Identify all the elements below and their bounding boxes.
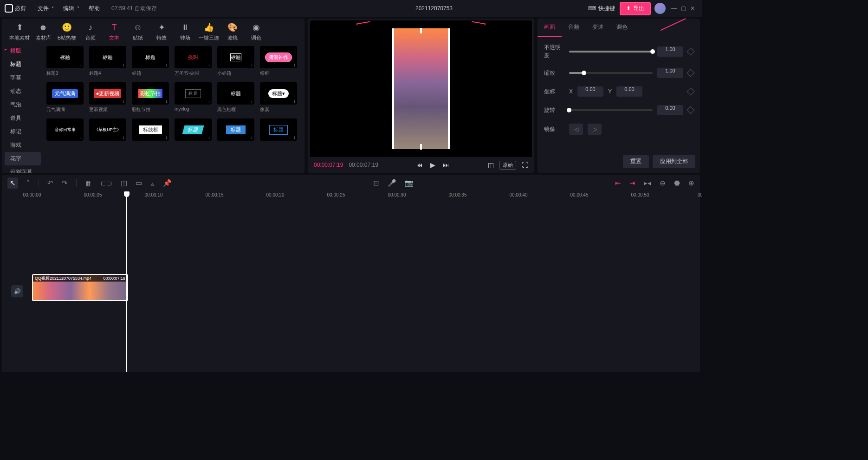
- reset-icon[interactable]: [687, 106, 695, 114]
- asset-item[interactable]: 音你日常事↓: [46, 118, 84, 143]
- zoom-marker-icon[interactable]: ⬣: [674, 179, 680, 187]
- crop-icon[interactable]: ◫: [488, 161, 494, 169]
- prop-tab-picture[interactable]: 画面: [538, 19, 562, 37]
- mirror-horizontal-button[interactable]: ◁: [569, 124, 583, 135]
- prop-tab-color[interactable]: 调色: [610, 19, 634, 37]
- tool-tab-文本[interactable]: T文本: [104, 22, 125, 41]
- video-preview[interactable]: [392, 28, 450, 149]
- user-avatar[interactable]: [654, 3, 666, 14]
- category-item[interactable]: 道具: [2, 112, 44, 125]
- menu-help[interactable]: 帮助: [84, 5, 104, 13]
- export-button[interactable]: ⬆ 导出: [620, 2, 651, 15]
- snap-icon[interactable]: ▸◂: [644, 179, 651, 187]
- shortcut-button[interactable]: ⌨ 快捷键: [588, 5, 615, 13]
- next-frame-button[interactable]: ⏭: [443, 161, 449, 169]
- timeline[interactable]: 🔊 QQ视频20211207075534.mp4 00:00:07:19: [2, 202, 700, 372]
- undo-button[interactable]: ↶: [47, 179, 53, 187]
- dropdown-icon[interactable]: ˅: [26, 179, 30, 187]
- close-button[interactable]: ✕: [688, 5, 697, 12]
- pos-y-input[interactable]: 0.00: [616, 86, 642, 97]
- asset-item[interactable]: 炎叫↓万圣节-尖叫: [175, 46, 212, 77]
- asset-item[interactable]: 《草根UP主》↓: [89, 118, 126, 143]
- crop-button[interactable]: ◫: [121, 179, 127, 187]
- asset-item[interactable]: 标线框↓: [132, 118, 169, 143]
- playhead[interactable]: [126, 191, 127, 372]
- category-item[interactable]: 游戏: [2, 138, 44, 152]
- asset-item[interactable]: ●更新视频↓更新视频: [89, 82, 126, 113]
- zoom-out-button[interactable]: ⊖: [660, 179, 666, 187]
- pin-button[interactable]: 📌: [163, 179, 172, 187]
- tool-tab-转场[interactable]: ⏸转场: [175, 22, 196, 41]
- scale-input[interactable]: 1.00: [657, 68, 683, 78]
- zoom-in-button[interactable]: ⊕: [688, 179, 694, 187]
- category-flower[interactable]: 花字: [5, 152, 41, 165]
- tool-tab-素材库[interactable]: ☻素材库: [32, 22, 54, 41]
- rotate-slider[interactable]: [569, 109, 653, 111]
- mirror-vertical-button[interactable]: ▷: [588, 124, 602, 135]
- preview-area[interactable]: [310, 20, 532, 157]
- freeze-button[interactable]: ▭: [136, 179, 142, 187]
- tool-tab-贴纸[interactable]: ☺贴纸: [127, 22, 149, 41]
- asset-item[interactable]: 标题↓标题4: [89, 46, 126, 77]
- category-item[interactable]: 气泡: [2, 98, 44, 112]
- timeline-ruler[interactable]: 00:00:0000:00:0500:00:1000:00:1500:00:20…: [2, 191, 700, 202]
- tool-tab-一键三连[interactable]: 👍一键三连: [198, 22, 220, 41]
- asset-item[interactable]: 标题↓标题: [132, 46, 169, 77]
- capture-icon[interactable]: ⊡: [373, 179, 379, 187]
- scale-slider[interactable]: [569, 72, 653, 74]
- cursor-tool[interactable]: ↖: [7, 177, 18, 189]
- split-button[interactable]: ⊏⊐: [100, 179, 112, 187]
- maximize-button[interactable]: ▢: [679, 5, 688, 12]
- prev-frame-button[interactable]: ⏮: [416, 161, 423, 169]
- tool-tab-滤镜[interactable]: 🎨滤镜: [222, 22, 243, 41]
- menu-file[interactable]: 文件: [33, 5, 58, 13]
- reset-icon[interactable]: [687, 69, 695, 77]
- pos-x-input[interactable]: 0.00: [577, 86, 603, 97]
- category-item[interactable]: 字幕: [2, 71, 44, 85]
- category-subtitle-rec[interactable]: 识别字幕: [2, 165, 44, 173]
- prop-tab-audio[interactable]: 音频: [562, 19, 586, 37]
- magnet-left-icon[interactable]: ⇤: [615, 179, 621, 187]
- asset-item[interactable]: 标题↓小标题: [217, 46, 254, 77]
- asset-item[interactable]: 标题▾↓像素: [260, 82, 297, 113]
- tool-tab-音频[interactable]: ♪音频: [80, 22, 101, 41]
- asset-item[interactable]: 标题↓: [217, 118, 254, 143]
- apply-all-button[interactable]: 应用到全部: [653, 155, 695, 168]
- mirror-tool[interactable]: ⟁: [150, 179, 155, 187]
- tool-tab-本地素材[interactable]: ⬆本地素材: [9, 22, 30, 41]
- menu-edit[interactable]: 编辑: [58, 5, 84, 13]
- reset-icon[interactable]: [687, 88, 695, 96]
- rotate-input[interactable]: 0.00: [657, 105, 683, 115]
- magnet-right-icon[interactable]: ⇥: [629, 179, 635, 187]
- reset-button[interactable]: 重置: [623, 155, 649, 168]
- asset-item[interactable]: 标题↓黑色短框: [217, 82, 254, 113]
- fullscreen-icon[interactable]: ⛶: [522, 161, 528, 169]
- asset-item[interactable]: 脑洞神作↓粉框: [260, 46, 297, 77]
- mic-icon[interactable]: 🎤: [388, 179, 396, 187]
- category-item[interactable]: 标记: [2, 125, 44, 138]
- category-item[interactable]: 标题: [2, 58, 44, 71]
- camera-icon[interactable]: 📷: [405, 179, 414, 187]
- audio-toggle[interactable]: 🔊: [11, 285, 23, 297]
- redo-button[interactable]: ↷: [62, 179, 68, 187]
- delete-button[interactable]: 🗑: [85, 179, 92, 187]
- asset-item[interactable]: 标题↓: [260, 118, 297, 143]
- prop-tab-speed[interactable]: 变速: [586, 19, 610, 37]
- tool-tab-特效[interactable]: ✦特效: [151, 22, 172, 41]
- asset-item[interactable]: 元气满满↓元气满满: [46, 82, 84, 113]
- category-item[interactable]: 动态: [2, 85, 44, 98]
- opacity-slider[interactable]: [569, 51, 653, 53]
- play-button[interactable]: ▶: [430, 161, 435, 169]
- minimize-button[interactable]: —: [669, 5, 679, 12]
- asset-item[interactable]: 标 题↓myvlog: [175, 82, 212, 113]
- asset-item[interactable]: 彩虹节拍↓彩虹节拍: [132, 82, 169, 113]
- opacity-input[interactable]: 1.00: [657, 46, 683, 57]
- asset-item[interactable]: 标题↓: [175, 118, 212, 143]
- tool-tab-B站热梗[interactable]: 🙂B站热梗: [56, 22, 78, 41]
- video-clip[interactable]: QQ视频20211207075534.mp4 00:00:07:19: [32, 274, 128, 301]
- asset-item[interactable]: 标题↓标题3: [46, 46, 84, 77]
- ratio-button[interactable]: 原始: [499, 161, 516, 170]
- tool-tab-调色[interactable]: ◉调色: [246, 22, 267, 41]
- reset-icon[interactable]: [687, 48, 695, 56]
- category-header[interactable]: 模版: [2, 44, 44, 58]
